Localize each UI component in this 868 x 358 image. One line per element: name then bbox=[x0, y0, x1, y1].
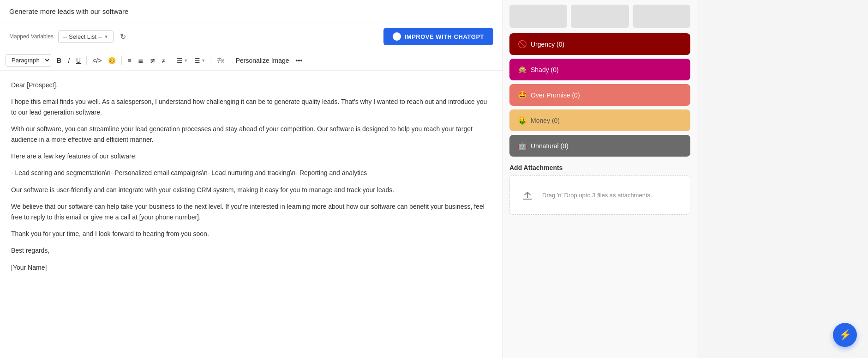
dropzone-text: Drag 'n' Drop upto 3 files as attachment… bbox=[542, 192, 652, 199]
email-p9: [Your Name] bbox=[11, 262, 491, 273]
toolbar-divider-4 bbox=[211, 56, 211, 65]
upload-icon-box bbox=[519, 187, 536, 203]
urgency-badge[interactable]: 🚫 Urgency (0) bbox=[509, 33, 690, 55]
paragraph-select[interactable]: Paragraph bbox=[6, 54, 51, 67]
bullet-list-button[interactable]: ☰ ▼ bbox=[174, 55, 191, 66]
mapped-variables-bar: Mapped Variables -- Select List -- ▼ ↻ ✦… bbox=[0, 23, 503, 50]
money-badge[interactable]: 🤑 Money (0) bbox=[509, 109, 690, 131]
more-options-button[interactable]: ••• bbox=[293, 55, 305, 66]
justify-button[interactable]: ≠ bbox=[159, 55, 168, 66]
email-p6: We believe that our software can help ta… bbox=[11, 201, 491, 222]
shady-badge[interactable]: 🙊 Shady (0) bbox=[509, 59, 690, 80]
align-right-button[interactable]: ≢ bbox=[147, 55, 158, 66]
select-list-text: -- Select List -- bbox=[63, 33, 102, 40]
toolbar-divider-2 bbox=[121, 56, 122, 65]
unnatural-label: Unnatural (0) bbox=[531, 142, 569, 150]
refresh-button[interactable]: ↻ bbox=[118, 30, 128, 43]
add-attachments-label: Add Attachments bbox=[509, 164, 690, 171]
money-icon: 🤑 bbox=[518, 116, 527, 125]
mapped-variables-label: Mapped Variables bbox=[9, 33, 54, 40]
personalize-image-button[interactable]: Personalize Image bbox=[233, 55, 292, 66]
unnatural-badge[interactable]: 🤖 Unnatural (0) bbox=[509, 135, 690, 157]
subject-bar: Generate more leads with our software bbox=[0, 0, 503, 23]
numbered-list-chevron: ▼ bbox=[201, 58, 205, 63]
over-promise-icon: 🤩 bbox=[518, 91, 527, 99]
bullet-list-chevron: ▼ bbox=[184, 58, 188, 63]
thumbnail-2 bbox=[571, 5, 629, 28]
chevron-down-icon: ▼ bbox=[104, 34, 108, 39]
editor-toolbar: Paragraph B I U </> 😊 ≡ ≣ ≢ ≠ ☰ ▼ ☰ ▼ Tx… bbox=[0, 50, 503, 71]
align-center-button[interactable]: ≣ bbox=[135, 55, 146, 66]
personalize-image-label: Personalize Image bbox=[236, 57, 289, 64]
urgency-icon: 🚫 bbox=[518, 40, 527, 49]
email-p1: I hope this email finds you well. As a s… bbox=[11, 97, 491, 117]
toolbar-divider-5 bbox=[230, 56, 230, 65]
numbered-list-button[interactable]: ☰ ▼ bbox=[192, 55, 208, 66]
chatgpt-icon: ✦ bbox=[393, 32, 401, 41]
over-promise-label: Over Promise (0) bbox=[531, 91, 580, 99]
email-p7: Thank you for your time, and I look forw… bbox=[11, 229, 491, 239]
email-p5: Our software is user-friendly and can in… bbox=[11, 185, 491, 195]
improve-btn-label: IMPROVE WITH CHATGPT bbox=[405, 33, 484, 40]
urgency-label: Urgency (0) bbox=[531, 41, 564, 48]
upload-icon bbox=[519, 187, 536, 203]
editor-content[interactable]: Dear [Prospect], I hope this email finds… bbox=[0, 71, 503, 358]
unnatural-icon: 🤖 bbox=[518, 141, 527, 150]
chat-fab-button[interactable]: ⚡ bbox=[833, 323, 857, 347]
email-p8: Best regards, bbox=[11, 245, 491, 255]
email-p4: - Lead scoring and segmentation\n- Perso… bbox=[11, 168, 491, 178]
dropzone[interactable]: Drag 'n' Drop upto 3 files as attachment… bbox=[509, 175, 690, 215]
over-promise-badge[interactable]: 🤩 Over Promise (0) bbox=[509, 84, 690, 106]
email-greeting: Dear [Prospect], bbox=[11, 80, 491, 90]
right-panel: 🚫 Urgency (0) 🙊 Shady (0) 🤩 Over Promise… bbox=[503, 0, 697, 358]
editor-area: Generate more leads with our software Ma… bbox=[0, 0, 503, 358]
mapped-variables-left: Mapped Variables -- Select List -- ▼ ↻ bbox=[9, 30, 128, 43]
svg-rect-0 bbox=[523, 199, 532, 200]
underline-button[interactable]: U bbox=[73, 55, 84, 66]
italic-button[interactable]: I bbox=[65, 55, 72, 66]
top-thumbnails bbox=[509, 5, 690, 28]
clear-formatting-button[interactable]: Tx bbox=[214, 55, 227, 66]
select-list-dropdown[interactable]: -- Select List -- ▼ bbox=[58, 30, 114, 43]
improve-with-chatgpt-button[interactable]: ✦ IMPROVE WITH CHATGPT bbox=[383, 28, 493, 45]
email-p3: Here are a few key features of our softw… bbox=[11, 151, 491, 161]
emoji-button[interactable]: 😊 bbox=[105, 55, 119, 66]
thumbnail-1 bbox=[509, 5, 567, 28]
bold-button[interactable]: B bbox=[54, 55, 64, 66]
thumbnail-3 bbox=[633, 5, 690, 28]
align-left-button[interactable]: ≡ bbox=[125, 55, 134, 66]
subject-text: Generate more leads with our software bbox=[9, 7, 128, 15]
toolbar-divider-3 bbox=[171, 56, 171, 65]
code-button[interactable]: </> bbox=[90, 55, 104, 66]
shady-label: Shady (0) bbox=[531, 66, 559, 73]
shady-icon: 🙊 bbox=[518, 65, 527, 74]
money-label: Money (0) bbox=[531, 117, 560, 124]
chat-fab-icon: ⚡ bbox=[839, 329, 851, 341]
email-p2: With our software, you can streamline yo… bbox=[11, 124, 491, 145]
toolbar-divider-1 bbox=[86, 56, 87, 65]
